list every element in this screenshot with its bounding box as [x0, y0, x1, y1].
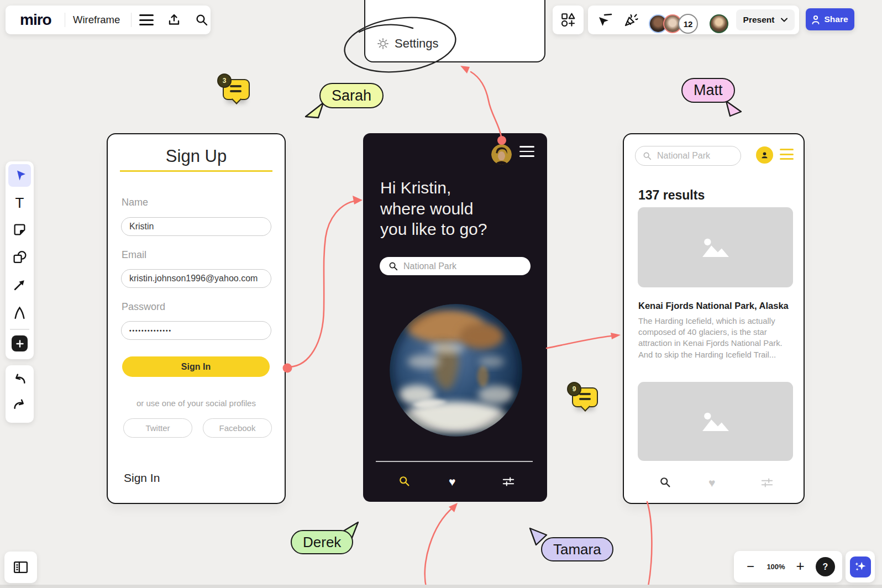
connector-tool[interactable] — [12, 277, 27, 292]
result-title[interactable]: Kenai Fjords National Park, Alaska — [638, 301, 789, 311]
password-field[interactable]: •••••••••••••• — [121, 321, 271, 340]
profile-button[interactable] — [756, 146, 773, 164]
cursor-name: Tamara — [553, 541, 601, 558]
name-field[interactable]: Kristin — [121, 217, 271, 236]
person-icon — [812, 15, 820, 24]
results-nav-search[interactable] — [659, 476, 671, 488]
twitter-button[interactable]: Twitter — [123, 418, 192, 438]
sticky-note-icon — [12, 222, 27, 237]
participant-count-badge[interactable]: 12 — [678, 14, 698, 34]
select-tool[interactable] — [8, 164, 31, 187]
pen-tool[interactable] — [12, 305, 27, 320]
connector-home-to-results[interactable] — [547, 333, 621, 348]
search-icon — [643, 151, 652, 160]
home-nav-filters[interactable] — [502, 476, 514, 487]
miro-logo[interactable]: miro — [20, 11, 51, 29]
sparkles-icon — [853, 560, 868, 574]
home-menu-button[interactable] — [519, 145, 534, 159]
name-label: Name — [122, 197, 148, 208]
results-menu-button[interactable] — [780, 148, 794, 161]
settings-card[interactable]: Settings — [364, 0, 545, 62]
results-search-input[interactable]: National Park — [635, 146, 741, 166]
password-label: Password — [122, 301, 165, 313]
help-button[interactable]: ? — [816, 557, 835, 576]
plus-icon — [16, 340, 24, 348]
redo-button[interactable] — [12, 397, 27, 412]
shapes-grid-icon — [560, 12, 576, 28]
result-image-placeholder[interactable] — [638, 382, 793, 461]
zoom-toolbar: − 100% + ? — [734, 551, 842, 582]
toolbar-divider — [65, 13, 65, 27]
zoom-out-button[interactable]: − — [742, 557, 759, 576]
search-button[interactable] — [195, 13, 209, 27]
more-tools-button[interactable] — [12, 335, 28, 351]
comment-bubble-line — [230, 85, 242, 87]
cursor-label-sarah: Sarah — [319, 83, 384, 108]
signin-button-label: Sign In — [181, 362, 211, 372]
present-button[interactable]: Present — [736, 9, 795, 30]
comment-bubble-line — [230, 90, 242, 92]
home-search-placeholder: National Park — [403, 261, 456, 271]
menu-icon-bar — [139, 19, 154, 21]
home-search-input[interactable]: National Park — [380, 257, 531, 275]
export-icon — [167, 13, 181, 27]
board-title[interactable]: Wireframe — [73, 14, 120, 26]
sliders-icon — [502, 476, 514, 487]
settings-label[interactable]: Settings — [395, 36, 439, 51]
comment-bubble-tail — [231, 94, 241, 104]
signup-footer-link[interactable]: Sign In — [124, 471, 160, 485]
home-nav-search[interactable] — [398, 475, 410, 487]
twitter-label: Twitter — [145, 423, 170, 433]
signup-title-underline — [120, 170, 272, 172]
participant-count: 12 — [684, 19, 693, 29]
result-description-line: attraction in Kenai Fjords National Park… — [638, 338, 783, 349]
participant-avatar[interactable] — [710, 14, 728, 33]
miro-board: Settings Sign Up Name Kristin Email kris… — [0, 0, 882, 588]
frames-panel-button[interactable] — [4, 552, 37, 583]
results-nav-favorites[interactable]: ♥ — [708, 477, 715, 489]
home-nav-favorites[interactable]: ♥ — [449, 476, 455, 487]
result-description: The Harding Icefield, which is actually … — [638, 316, 783, 360]
sticky-note-tool[interactable] — [12, 222, 27, 237]
home-frame[interactable]: Hi Kristin, where would you like to go? … — [363, 133, 547, 502]
search-icon — [195, 13, 209, 27]
connector-results-to-bottom[interactable] — [647, 502, 652, 588]
signup-frame[interactable]: Sign Up Name Kristin Email kristin.johns… — [107, 133, 286, 504]
cursor-name: Sarah — [332, 87, 371, 104]
facebook-label: Facebook — [219, 423, 256, 433]
hamburger-icon-bar — [519, 155, 534, 157]
search-icon — [389, 261, 398, 271]
comment-thread[interactable]: 9 — [572, 387, 598, 407]
shapes-tool[interactable] — [12, 250, 27, 265]
board-menu-button[interactable] — [139, 14, 154, 26]
text-tool[interactable]: T — [6, 193, 34, 212]
facebook-button[interactable]: Facebook — [203, 418, 272, 438]
undo-button[interactable] — [12, 372, 27, 387]
follow-mode-button[interactable] — [597, 12, 612, 28]
connector-signin-to-home[interactable] — [283, 196, 363, 373]
email-field[interactable]: kristin.johnson1996@yahoo.com — [121, 269, 271, 288]
export-button[interactable] — [167, 13, 181, 27]
results-frame[interactable]: National Park 137 results Kenai Fjords N… — [623, 133, 805, 504]
greeting-line: Hi Kristin, — [380, 177, 487, 198]
zoom-level[interactable]: 100% — [763, 563, 789, 571]
result-image-placeholder[interactable] — [638, 207, 793, 287]
results-nav-filters[interactable] — [761, 477, 773, 488]
zoom-in-button[interactable]: + — [791, 556, 809, 575]
text-tool-icon: T — [15, 196, 24, 210]
reactions-button[interactable] — [622, 12, 639, 28]
ai-assist-button[interactable] — [850, 556, 871, 578]
menu-icon — [139, 14, 154, 16]
signin-button[interactable]: Sign In — [122, 356, 270, 377]
insert-shapes-card[interactable] — [553, 6, 584, 34]
result-description-line: composed of 40 glaciers, is the star — [638, 327, 783, 338]
user-avatar[interactable] — [491, 144, 512, 165]
globe-image — [389, 303, 523, 438]
arrow-icon — [12, 277, 27, 292]
comment-thread[interactable]: 3 — [223, 79, 250, 100]
connector-bottom-to-home[interactable] — [425, 503, 458, 588]
cursor-name: Derek — [303, 534, 341, 551]
share-button[interactable]: Share — [806, 8, 854, 30]
social-text: or use one of your social profiles — [108, 398, 285, 408]
sliders-icon — [761, 477, 773, 488]
